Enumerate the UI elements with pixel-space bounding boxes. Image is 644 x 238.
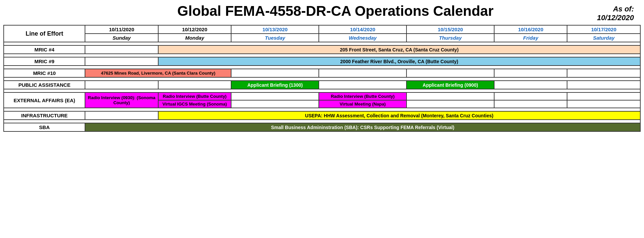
main-title: Global FEMA-4558-DR-CA Operations Calend…	[74, 3, 597, 19]
mric10-span: 47625 Mines Road, Livermore, CA (Santa C…	[85, 69, 231, 77]
as-of-date: 10/12/2020	[597, 13, 634, 22]
pa-thu: Applicant Briefing (0900)	[406, 81, 494, 89]
ea-fri2	[494, 100, 567, 108]
mric9-row: MRIC #9 2000 Feather River Blvd., Orovil…	[4, 57, 640, 66]
date-sun: 10/11/2020	[85, 25, 158, 34]
day-fri: Friday	[494, 34, 567, 42]
mric4-sun	[85, 45, 158, 54]
ea-sat2	[567, 100, 640, 108]
header-date-row: Line of Effort 10/11/2020 10/12/2020 10/…	[4, 25, 640, 34]
day-tue: Tuesday	[231, 34, 319, 42]
mric4-label: MRIC #4	[4, 45, 85, 54]
ea-thu2	[406, 100, 494, 108]
date-mon: 10/12/2020	[158, 25, 231, 34]
as-of-label: As of:	[597, 5, 634, 13]
pa-fri	[494, 81, 567, 89]
ea-sat1	[567, 92, 640, 100]
sba-label: SBA	[4, 123, 85, 131]
day-thu: Thursday	[406, 34, 494, 42]
day-sat: Saturday	[567, 34, 640, 42]
mric4-row: MRIC #4 205 Front Street, Santa Cruz, CA…	[4, 45, 640, 54]
pa-sat	[567, 81, 640, 89]
header-day-row: Sunday Monday Tuesday Wednesday Thursday…	[4, 34, 640, 42]
ea-row1: EXTERNAL AFFAIRS (EA) Radio Interview (0…	[4, 92, 640, 100]
mric10-thu	[406, 69, 494, 77]
loe-header: Line of Effort	[4, 25, 85, 42]
infra-sun	[85, 111, 158, 120]
date-fri: 10/16/2020	[494, 25, 567, 34]
title-block: Global FEMA-4558-DR-CA Operations Calend…	[74, 3, 597, 19]
mric4-span: 205 Front Street, Santa Cruz, CA (Santa …	[158, 45, 640, 54]
date-thu: 10/15/2020	[406, 25, 494, 34]
ea-mon1: Radio Interview (Butte County)	[158, 92, 231, 100]
infra-span: USEPA: HHW Assessment, Collection and Re…	[158, 111, 640, 120]
ea-wed2: Virtual Meeting (Napa)	[319, 100, 406, 108]
ea-wed1: Radio Interview (Butte County)	[319, 92, 406, 100]
ea-mon2: Virtual IGCS Meeting (Sonoma)	[158, 100, 231, 108]
as-of-block: As of: 10/12/2020	[597, 3, 637, 22]
pa-label: PUBLIC ASSISTANCE	[4, 81, 85, 89]
mric10-label: MRIC #10	[4, 69, 85, 77]
mric10-tue	[231, 69, 319, 77]
pa-wed	[319, 81, 406, 89]
sba-row: SBA Small Business Admininstration (SBA)…	[4, 123, 640, 131]
ea-sun: Radio Interview (0930): (Sonoma County)	[85, 92, 158, 108]
sba-span: Small Business Admininstration (SBA): CS…	[85, 123, 640, 131]
operations-calendar: Line of Effort 10/11/2020 10/12/2020 10/…	[3, 25, 641, 132]
spacer-row-7	[4, 120, 640, 123]
page-header: Global FEMA-4558-DR-CA Operations Calend…	[3, 3, 641, 22]
mric9-span: 2000 Feather River Blvd., Oroville, CA (…	[158, 57, 640, 66]
ea-tue1	[231, 92, 319, 100]
ea-label: EXTERNAL AFFAIRS (EA)	[4, 92, 85, 108]
ea-tue2	[231, 100, 319, 108]
mric9-sun	[85, 57, 158, 66]
mric9-label: MRIC #9	[4, 57, 85, 66]
pa-sun	[85, 81, 158, 89]
infra-row: INFRASTRUCTURE USEPA: HHW Assessment, Co…	[4, 111, 640, 120]
mric10-wed	[319, 69, 406, 77]
pa-mon	[158, 81, 231, 89]
spacer-row-3	[4, 66, 640, 69]
day-sun: Sunday	[85, 34, 158, 42]
infra-label: INFRASTRUCTURE	[4, 111, 85, 120]
pa-row: PUBLIC ASSISTANCE Applicant Briefing (13…	[4, 81, 640, 89]
spacer-row-6	[4, 108, 640, 111]
spacer-row-1	[4, 42, 640, 45]
mric10-fri	[494, 69, 567, 77]
ea-fri1	[494, 92, 567, 100]
ea-thu1	[406, 92, 494, 100]
spacer-row-4	[4, 77, 640, 81]
day-mon: Monday	[158, 34, 231, 42]
day-wed: Wednesday	[319, 34, 406, 42]
mric10-sat	[567, 69, 640, 77]
date-sat: 10/17/2020	[567, 25, 640, 34]
date-tue: 10/13/2020	[231, 25, 319, 34]
spacer-row-5	[4, 89, 640, 92]
spacer-row-2	[4, 54, 640, 57]
pa-tue: Applicant Briefing (1300)	[231, 81, 319, 89]
date-wed: 10/14/2020	[319, 25, 406, 34]
mric10-row: MRIC #10 47625 Mines Road, Livermore, CA…	[4, 69, 640, 77]
